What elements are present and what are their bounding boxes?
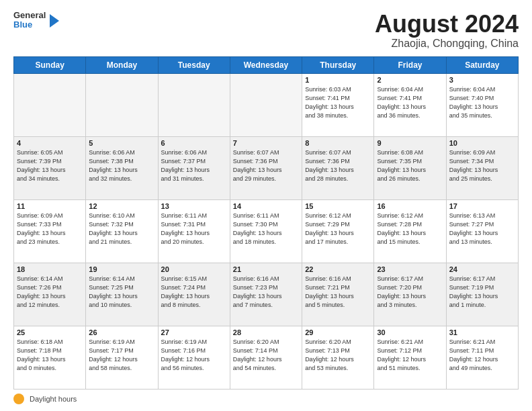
day-number: 23 bbox=[377, 265, 443, 273]
day-info: Sunrise: 6:09 AMSunset: 7:34 PMDaylight:… bbox=[449, 148, 515, 183]
day-number: 28 bbox=[233, 328, 299, 336]
day-number: 2 bbox=[377, 76, 443, 84]
calendar-day-cell: 9Sunrise: 6:08 AMSunset: 7:35 PMDaylight… bbox=[374, 136, 446, 199]
title-block: August 2024 Zhaojia, Chongqing, China bbox=[375, 11, 519, 50]
day-info: Sunrise: 6:09 AMSunset: 7:33 PMDaylight:… bbox=[17, 212, 83, 246]
calendar-day-cell: 23Sunrise: 6:17 AMSunset: 7:20 PMDayligh… bbox=[374, 263, 446, 326]
calendar-day-cell: 4Sunrise: 6:05 AMSunset: 7:39 PMDaylight… bbox=[14, 136, 86, 199]
day-info: Sunrise: 6:16 AMSunset: 7:21 PMDaylight:… bbox=[305, 275, 371, 310]
day-info: Sunrise: 6:14 AMSunset: 7:26 PMDaylight:… bbox=[17, 275, 83, 310]
calendar-day-cell: 6Sunrise: 6:06 AMSunset: 7:37 PMDaylight… bbox=[158, 136, 230, 199]
day-info: Sunrise: 6:07 AMSunset: 7:36 PMDaylight:… bbox=[305, 148, 371, 183]
calendar-day-cell bbox=[14, 73, 86, 136]
day-info: Sunrise: 6:12 AMSunset: 7:28 PMDaylight:… bbox=[377, 212, 443, 246]
calendar-day-cell: 14Sunrise: 6:11 AMSunset: 7:30 PMDayligh… bbox=[230, 199, 302, 263]
day-number: 19 bbox=[89, 265, 154, 273]
calendar-day-cell: 15Sunrise: 6:12 AMSunset: 7:29 PMDayligh… bbox=[302, 199, 374, 263]
day-info: Sunrise: 6:15 AMSunset: 7:24 PMDaylight:… bbox=[161, 275, 227, 310]
calendar-day-cell: 1Sunrise: 6:03 AMSunset: 7:41 PMDaylight… bbox=[302, 73, 374, 136]
calendar-day-cell: 2Sunrise: 6:04 AMSunset: 7:41 PMDaylight… bbox=[374, 73, 446, 136]
day-header-tuesday: Tuesday bbox=[158, 56, 230, 73]
day-info: Sunrise: 6:10 AMSunset: 7:32 PMDaylight:… bbox=[89, 212, 154, 246]
day-info: Sunrise: 6:04 AMSunset: 7:41 PMDaylight:… bbox=[377, 85, 443, 120]
sun-icon bbox=[13, 394, 24, 404]
logo-general: General bbox=[13, 11, 46, 20]
day-header-wednesday: Wednesday bbox=[230, 56, 302, 73]
day-number: 20 bbox=[161, 265, 227, 273]
calendar-week-row: 1Sunrise: 6:03 AMSunset: 7:41 PMDaylight… bbox=[14, 73, 519, 136]
calendar-day-cell: 7Sunrise: 6:07 AMSunset: 7:36 PMDaylight… bbox=[230, 136, 302, 199]
calendar-week-row: 4Sunrise: 6:05 AMSunset: 7:39 PMDaylight… bbox=[14, 136, 519, 199]
day-info: Sunrise: 6:17 AMSunset: 7:19 PMDaylight:… bbox=[449, 275, 515, 310]
day-number: 15 bbox=[305, 202, 371, 210]
calendar-day-cell: 18Sunrise: 6:14 AMSunset: 7:26 PMDayligh… bbox=[14, 263, 86, 326]
day-info: Sunrise: 6:21 AMSunset: 7:12 PMDaylight:… bbox=[377, 338, 443, 373]
day-info: Sunrise: 6:19 AMSunset: 7:16 PMDaylight:… bbox=[161, 338, 227, 373]
day-number: 3 bbox=[449, 76, 515, 84]
day-number: 8 bbox=[305, 139, 371, 147]
footer-label: Daylight hours bbox=[30, 395, 77, 403]
calendar-day-cell: 22Sunrise: 6:16 AMSunset: 7:21 PMDayligh… bbox=[302, 263, 374, 326]
day-info: Sunrise: 6:03 AMSunset: 7:41 PMDaylight:… bbox=[305, 85, 371, 120]
day-header-sunday: Sunday bbox=[14, 56, 86, 73]
day-number: 10 bbox=[449, 139, 515, 147]
calendar-day-cell bbox=[158, 73, 230, 136]
day-number: 7 bbox=[233, 139, 299, 147]
calendar-day-cell: 13Sunrise: 6:11 AMSunset: 7:31 PMDayligh… bbox=[158, 199, 230, 263]
day-info: Sunrise: 6:19 AMSunset: 7:17 PMDaylight:… bbox=[89, 338, 154, 373]
calendar-day-cell: 3Sunrise: 6:04 AMSunset: 7:40 PMDaylight… bbox=[446, 73, 518, 136]
day-number: 4 bbox=[17, 139, 83, 147]
day-info: Sunrise: 6:20 AMSunset: 7:14 PMDaylight:… bbox=[233, 338, 299, 373]
day-number: 29 bbox=[305, 328, 371, 336]
calendar-day-cell: 25Sunrise: 6:18 AMSunset: 7:18 PMDayligh… bbox=[14, 326, 86, 389]
calendar-day-cell: 20Sunrise: 6:15 AMSunset: 7:24 PMDayligh… bbox=[158, 263, 230, 326]
calendar-day-cell: 5Sunrise: 6:06 AMSunset: 7:38 PMDaylight… bbox=[86, 136, 158, 199]
day-number: 13 bbox=[161, 202, 227, 210]
calendar-day-cell: 27Sunrise: 6:19 AMSunset: 7:16 PMDayligh… bbox=[158, 326, 230, 389]
calendar-day-cell: 26Sunrise: 6:19 AMSunset: 7:17 PMDayligh… bbox=[86, 326, 158, 389]
day-info: Sunrise: 6:14 AMSunset: 7:25 PMDaylight:… bbox=[89, 275, 154, 310]
day-number: 18 bbox=[17, 265, 83, 273]
day-info: Sunrise: 6:07 AMSunset: 7:36 PMDaylight:… bbox=[233, 148, 299, 183]
day-info: Sunrise: 6:04 AMSunset: 7:40 PMDaylight:… bbox=[449, 85, 515, 120]
calendar-day-cell: 11Sunrise: 6:09 AMSunset: 7:33 PMDayligh… bbox=[14, 199, 86, 263]
calendar-day-cell: 16Sunrise: 6:12 AMSunset: 7:28 PMDayligh… bbox=[374, 199, 446, 263]
day-number: 22 bbox=[305, 265, 371, 273]
calendar-day-cell: 17Sunrise: 6:13 AMSunset: 7:27 PMDayligh… bbox=[446, 199, 518, 263]
calendar-day-cell: 19Sunrise: 6:14 AMSunset: 7:25 PMDayligh… bbox=[86, 263, 158, 326]
day-header-thursday: Thursday bbox=[302, 56, 374, 73]
day-number: 16 bbox=[377, 202, 443, 210]
calendar-day-cell bbox=[86, 73, 158, 136]
calendar-day-cell: 21Sunrise: 6:16 AMSunset: 7:23 PMDayligh… bbox=[230, 263, 302, 326]
calendar-day-cell bbox=[230, 73, 302, 136]
calendar-week-row: 18Sunrise: 6:14 AMSunset: 7:26 PMDayligh… bbox=[14, 263, 519, 326]
day-info: Sunrise: 6:13 AMSunset: 7:27 PMDaylight:… bbox=[449, 212, 515, 246]
day-info: Sunrise: 6:05 AMSunset: 7:39 PMDaylight:… bbox=[17, 148, 83, 183]
day-number: 27 bbox=[161, 328, 227, 336]
day-info: Sunrise: 6:11 AMSunset: 7:31 PMDaylight:… bbox=[161, 212, 227, 246]
calendar-day-cell: 28Sunrise: 6:20 AMSunset: 7:14 PMDayligh… bbox=[230, 326, 302, 389]
day-info: Sunrise: 6:20 AMSunset: 7:13 PMDaylight:… bbox=[305, 338, 371, 373]
page: General Blue August 2024 Zhaojia, Chongq… bbox=[0, 0, 532, 411]
calendar-day-cell: 12Sunrise: 6:10 AMSunset: 7:32 PMDayligh… bbox=[86, 199, 158, 263]
day-number: 14 bbox=[233, 202, 299, 210]
calendar-table: SundayMondayTuesdayWednesdayThursdayFrid… bbox=[13, 56, 519, 390]
day-number: 30 bbox=[377, 328, 443, 336]
logo: General Blue bbox=[13, 11, 59, 30]
calendar-day-cell: 30Sunrise: 6:21 AMSunset: 7:12 PMDayligh… bbox=[374, 326, 446, 389]
day-number: 1 bbox=[305, 76, 371, 84]
logo-text: General Blue bbox=[13, 11, 46, 30]
calendar-day-cell: 29Sunrise: 6:20 AMSunset: 7:13 PMDayligh… bbox=[302, 326, 374, 389]
day-info: Sunrise: 6:11 AMSunset: 7:30 PMDaylight:… bbox=[233, 212, 299, 246]
day-number: 17 bbox=[449, 202, 515, 210]
footer: Daylight hours bbox=[13, 394, 519, 404]
calendar-day-cell: 8Sunrise: 6:07 AMSunset: 7:36 PMDaylight… bbox=[302, 136, 374, 199]
day-number: 24 bbox=[449, 265, 515, 273]
calendar-day-cell: 31Sunrise: 6:21 AMSunset: 7:11 PMDayligh… bbox=[446, 326, 518, 389]
location-subtitle: Zhaojia, Chongqing, China bbox=[375, 38, 519, 50]
day-number: 26 bbox=[89, 328, 154, 336]
day-number: 11 bbox=[17, 202, 83, 210]
logo-blue: Blue bbox=[13, 20, 46, 30]
day-number: 12 bbox=[89, 202, 154, 210]
day-number: 5 bbox=[89, 139, 154, 147]
